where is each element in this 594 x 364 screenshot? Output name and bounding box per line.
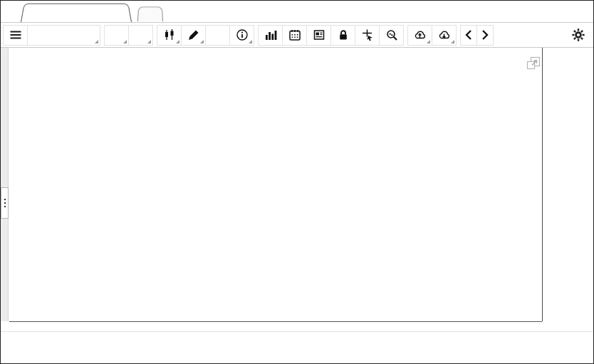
price-side-select[interactable]: [128, 25, 153, 46]
axis-date-label: [542, 321, 594, 331]
news-icon: [313, 28, 325, 41]
cloud-download-icon: [437, 28, 451, 41]
chart-type-button[interactable]: [157, 25, 182, 46]
zoom-wave-icon: [385, 28, 398, 41]
price-axis[interactable]: [542, 48, 594, 321]
time-axis: [9, 321, 542, 331]
plus-icon: [137, 6, 163, 21]
chevron-right-icon: [481, 29, 489, 41]
tab-bar: [1, 1, 593, 22]
lock-button[interactable]: [330, 25, 355, 46]
chevron-left-icon: [464, 29, 473, 41]
toolbar: [1, 22, 593, 48]
calendar-button[interactable]: [282, 25, 307, 46]
instrument-select[interactable]: [27, 25, 100, 46]
tab-eurusd-1h-ask[interactable]: [21, 2, 132, 22]
back-button[interactable]: [460, 25, 477, 46]
volume-bars-button[interactable]: [258, 25, 283, 46]
menu-icon: [9, 28, 23, 41]
chart-zoom-button[interactable]: [379, 25, 404, 46]
settings-button[interactable]: [566, 25, 590, 46]
scrollbar-handle[interactable]: [1, 187, 9, 219]
candlestick-icon: [163, 28, 176, 41]
chart-plot-area[interactable]: [9, 48, 542, 321]
range-navigator[interactable]: [1, 331, 594, 364]
left-scrollbar[interactable]: [1, 48, 9, 321]
cloud-upload-button[interactable]: [407, 25, 432, 46]
crosshair-icon: [361, 28, 374, 41]
draw-tools-button[interactable]: [181, 25, 206, 46]
forward-button[interactable]: [476, 25, 494, 46]
news-button[interactable]: [306, 25, 331, 46]
info-button[interactable]: [229, 25, 254, 46]
cloud-upload-icon: [413, 28, 427, 41]
popout-button[interactable]: [524, 54, 543, 73]
popout-icon: [524, 54, 543, 73]
info-icon: [236, 28, 249, 41]
menu-button[interactable]: [3, 25, 28, 46]
timeframe-select[interactable]: [104, 25, 129, 46]
bar-chart-icon: [264, 28, 277, 41]
crosshair-button[interactable]: [355, 25, 380, 46]
navigator-chart: [1, 332, 594, 364]
functions-button[interactable]: [205, 25, 230, 46]
calendar-icon: [288, 28, 301, 41]
lock-icon: [337, 28, 350, 41]
candlestick-chart: [9, 48, 542, 321]
cloud-download-button[interactable]: [432, 25, 457, 46]
new-tab-button[interactable]: [137, 6, 163, 21]
gear-icon: [571, 28, 585, 42]
trading-chart-window: [0, 0, 594, 364]
pencil-icon: [187, 28, 200, 41]
